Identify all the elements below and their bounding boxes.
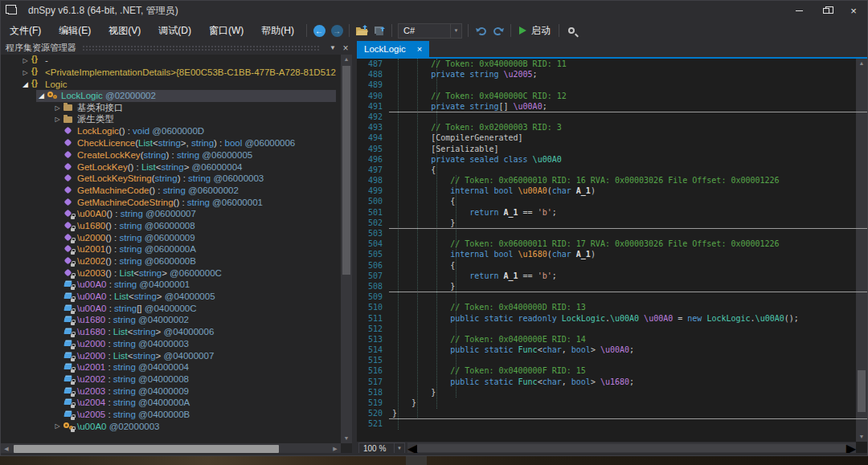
tree-item[interactable]: CheckLicence(List<string>, string) : boo… [1, 137, 341, 149]
expand-arrow-icon[interactable]: ▷ [20, 69, 31, 76]
zoom-select[interactable]: 100 % ▼ [358, 443, 405, 454]
code-line[interactable]: 512 [357, 324, 867, 334]
menu-item[interactable]: 帮助(H) [254, 21, 301, 41]
code-line[interactable]: 496 private sealed class \u00A0 [357, 154, 867, 165]
scrollbar-thumb[interactable] [14, 445, 279, 453]
code-line[interactable]: 504 // Token: 0x06000011 RID: 17 RVA: 0x… [357, 239, 867, 249]
redo-button[interactable] [489, 22, 507, 39]
collapse-arrow-icon[interactable]: ◢ [20, 80, 31, 88]
navigate-forward-button[interactable]: → [328, 22, 346, 39]
save-all-button[interactable] [371, 22, 388, 39]
code-line[interactable]: 509 [357, 292, 867, 302]
start-button[interactable]: 启动 [514, 24, 555, 38]
scroll-down-icon[interactable]: ▼ [341, 434, 352, 443]
expand-arrow-icon[interactable]: ▷ [52, 116, 63, 123]
tab-locklogic[interactable]: LockLogic × [357, 41, 429, 57]
scroll-down-icon[interactable]: ▼ [856, 432, 867, 442]
tree-item[interactable]: \u00A0 : string @04000001 [1, 279, 341, 291]
tree-item[interactable]: ▷派生类型 [1, 113, 341, 125]
code-line[interactable]: 491 private string[] \u00A0; [357, 101, 867, 112]
scroll-left-icon[interactable]: ◀ [1, 446, 12, 452]
expand-arrow-icon[interactable]: ▷ [52, 422, 63, 430]
tree-item[interactable]: LockLogic() : void @0600000D [1, 125, 341, 137]
tree-item[interactable]: \u2002 : string @04000008 [1, 373, 341, 385]
language-select[interactable]: C# ▼ [398, 23, 462, 39]
code-line[interactable]: 520} [357, 408, 867, 418]
search-button[interactable] [563, 22, 580, 39]
code-line[interactable]: 490 // Token: 0x0400000C RID: 12 [357, 91, 867, 101]
tree-item[interactable]: GetMachineCode() : string @06000002 [1, 185, 341, 197]
menu-item[interactable]: 调试(D) [151, 21, 199, 41]
code-line[interactable]: 515 [357, 355, 867, 365]
panel-menu-button[interactable]: ▼ [326, 44, 339, 51]
tree-item[interactable]: \u1680() : string @06000008 [1, 220, 341, 232]
code-line[interactable]: 498 // Token: 0x06000010 RID: 16 RVA: 0x… [357, 175, 867, 186]
panel-close-button[interactable]: × [339, 43, 352, 54]
tree-item[interactable]: \u00A0() : string @06000007 [1, 208, 341, 220]
open-file-button[interactable] [353, 22, 371, 39]
tree-item[interactable]: \u2003 : string @04000009 [1, 385, 341, 397]
tree-item[interactable]: ▷基类和接口 [1, 102, 341, 114]
restore-button[interactable] [813, 1, 840, 20]
menu-item[interactable]: 编辑(E) [51, 21, 98, 41]
tree-item[interactable]: \u1680 : string @04000002 [1, 314, 341, 326]
tree-item[interactable]: \u2001 : string @04000004 [1, 361, 341, 373]
code-line[interactable]: 511 public static readonly LockLogic.\u0… [357, 313, 867, 324]
code-line[interactable]: 506 { [357, 260, 867, 271]
tree-item[interactable]: CreateLockKey(string) : string @06000005 [1, 149, 341, 161]
code-line[interactable]: 514 public static Func<char, bool> \u00A… [357, 345, 867, 355]
tab-close-icon[interactable]: × [417, 44, 422, 54]
editor-horizontal-scrollbar[interactable]: ◀ ▶ [407, 443, 856, 454]
minimize-button[interactable] [785, 1, 813, 20]
code-line[interactable]: 516 // Token: 0x0400000F RID: 15 [357, 365, 867, 376]
code-line[interactable]: 510 // Token: 0x0400000D RID: 13 [357, 302, 867, 312]
menu-item[interactable]: 窗口(W) [202, 21, 251, 41]
code-line[interactable]: 505 internal bool \u1680(char A_1) [357, 249, 867, 259]
code-line[interactable]: 489 [357, 80, 867, 90]
code-line[interactable]: 508 } [357, 281, 867, 292]
tree-item[interactable]: \u2002() : string @0600000B [1, 255, 341, 267]
tree-item[interactable]: \u2001() : string @0600000A [1, 243, 341, 255]
menu-item[interactable]: 视图(V) [101, 21, 148, 41]
scroll-right-icon[interactable]: ▶ [330, 446, 341, 452]
tree-vertical-scrollbar[interactable]: ▲ ▼ [341, 55, 352, 443]
tree-item[interactable]: \u2000() : string @06000009 [1, 231, 341, 243]
tree-item[interactable]: \u2003() : List<string> @0600000C [1, 267, 341, 279]
code-line[interactable]: 501 return A_1 == 'b'; [357, 207, 867, 218]
code-line[interactable]: 517 public static Func<char, bool> \u168… [357, 377, 867, 387]
tree-item[interactable]: \u2000 : List<string> @04000007 [1, 349, 341, 361]
code-line[interactable]: 519 } [357, 398, 867, 408]
scrollbar-thumb[interactable] [417, 444, 845, 452]
code-line[interactable]: 495 [Serializable] [357, 144, 867, 154]
code-line[interactable]: 518 } [357, 387, 867, 398]
code-line[interactable]: 493 // Token: 0x02000003 RID: 3 [357, 122, 867, 133]
code-line[interactable]: 499 internal bool \u00A0(char A_1) [357, 186, 867, 196]
code-line[interactable]: 488 private string \u2005; [357, 69, 867, 80]
tree-item[interactable]: ▷<PrivateImplementationDetails>{8E00C53B… [1, 67, 341, 79]
tree-item[interactable]: \u1680 : List<string> @04000006 [1, 326, 341, 338]
scrollbar-thumb[interactable] [342, 66, 350, 275]
navigate-back-button[interactable]: ← [310, 22, 328, 39]
taskbar-item[interactable] [406, 456, 427, 465]
code-line[interactable]: 503 [357, 228, 867, 239]
tree-item[interactable]: ▷- [1, 55, 341, 67]
scroll-up-icon[interactable]: ▲ [341, 55, 352, 64]
code-line[interactable]: 497 { [357, 165, 867, 175]
tree-item[interactable]: \u00A0 : string[] @0400000C [1, 302, 341, 314]
tree-item[interactable]: GetLockKeyString(string) : string @06000… [1, 173, 341, 185]
tree-item[interactable]: \u2000 : string @04000003 [1, 338, 341, 350]
tree-item[interactable]: ◢Logic [1, 78, 341, 90]
code-line[interactable]: 502 } [357, 218, 867, 228]
code-line[interactable]: 521 [357, 418, 867, 429]
undo-button[interactable] [472, 22, 489, 39]
close-button[interactable]: × [840, 1, 867, 20]
expand-arrow-icon[interactable]: ▷ [20, 57, 31, 64]
tree-item[interactable]: GetMachineCodeString() : string @0600000… [1, 196, 341, 208]
code-line[interactable]: 513 // Token: 0x0400000E RID: 14 [357, 334, 867, 345]
tree-item[interactable]: \u2004 : string @0400000A [1, 397, 341, 409]
code-line[interactable]: 507 return A_1 == 'b'; [357, 271, 867, 281]
code-line[interactable]: 487 // Token: 0x0400000B RID: 11 [357, 59, 867, 69]
tree-item[interactable]: \u00A0 : List<string> @04000005 [1, 291, 341, 303]
expand-arrow-icon[interactable]: ▷ [52, 104, 63, 112]
menu-item[interactable]: 文件(F) [2, 21, 48, 41]
